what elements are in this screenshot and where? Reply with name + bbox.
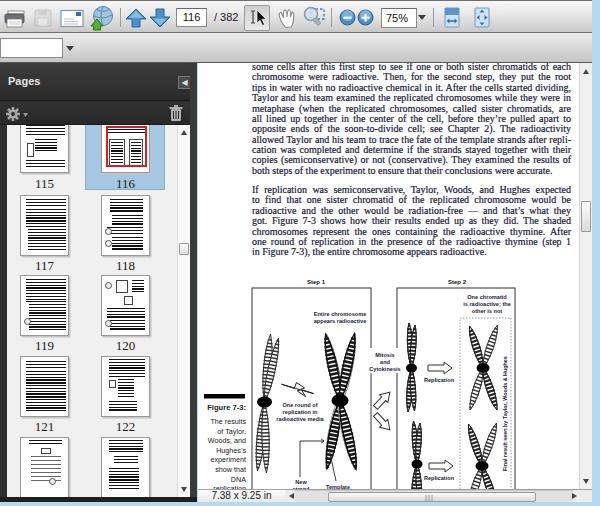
svg-text:Step 2: Step 2	[448, 279, 467, 285]
svg-text:show that: show that	[215, 465, 246, 474]
svg-text:and: and	[380, 359, 391, 365]
svg-text:is radioactive; the: is radioactive; the	[463, 301, 511, 307]
svg-text:appears radioactive: appears radioactive	[314, 318, 367, 324]
svg-text:Entire chromosome: Entire chromosome	[314, 311, 367, 317]
svg-text:Mitosis: Mitosis	[375, 352, 394, 358]
svg-text:Final result seen by Taylor, W: Final result seen by Taylor, Woods & Hug…	[502, 356, 508, 471]
svg-text:Hughes’s: Hughes’s	[216, 446, 246, 455]
svg-text:The results: The results	[210, 417, 246, 426]
svg-text:Woods, and: Woods, and	[208, 436, 246, 445]
svg-text:New: New	[295, 479, 307, 485]
svg-text:Cytokinesis: Cytokinesis	[369, 366, 400, 372]
svg-text:experiment: experiment	[210, 455, 246, 464]
svg-text:Replication: Replication	[424, 475, 455, 481]
svg-text:replication in: replication in	[283, 409, 318, 415]
svg-text:other is not: other is not	[472, 308, 503, 314]
svg-text:One round of: One round of	[282, 402, 317, 408]
svg-text:One chromatid: One chromatid	[467, 294, 507, 300]
svg-text:Figure 7-3:: Figure 7-3:	[207, 403, 246, 412]
svg-text:Replication: Replication	[424, 377, 455, 383]
svg-text:DNA: DNA	[231, 475, 246, 484]
svg-text:radioactive media: radioactive media	[276, 416, 324, 422]
svg-text:Step 1: Step 1	[307, 279, 326, 285]
svg-text:of Taylor,: of Taylor,	[217, 427, 246, 436]
